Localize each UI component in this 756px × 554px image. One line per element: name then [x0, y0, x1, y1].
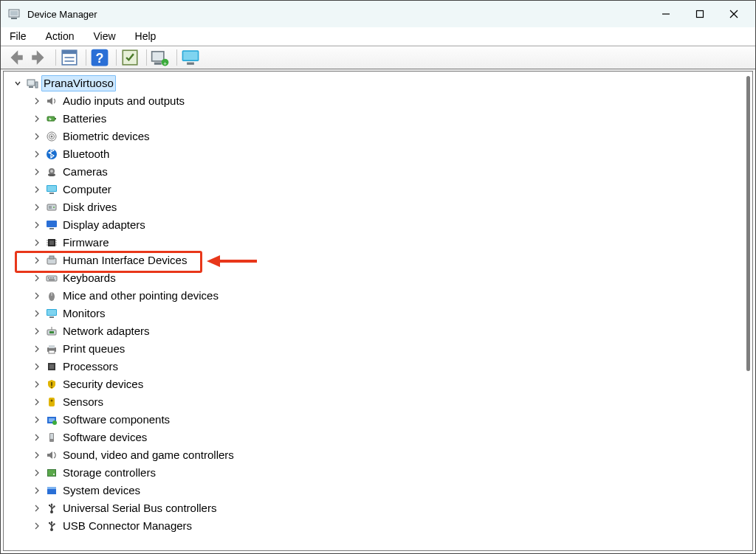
minimize-button[interactable]: [649, 1, 683, 27]
chevron-right-icon[interactable]: [30, 112, 44, 125]
chevron-right-icon[interactable]: [30, 289, 44, 302]
tree-item[interactable]: Storage controllers: [4, 464, 752, 482]
tree-item[interactable]: Audio inputs and outputs: [4, 92, 752, 110]
toolbar-properties-button[interactable]: [59, 47, 80, 68]
svg-rect-21: [27, 80, 35, 86]
svg-rect-14: [152, 52, 164, 61]
chevron-right-icon[interactable]: [30, 342, 44, 356]
tree-item[interactable]: Processors: [4, 358, 752, 375]
chevron-right-icon[interactable]: [30, 236, 44, 249]
tree-item-label: Monitors: [63, 305, 106, 322]
toolbar-monitor-button[interactable]: [180, 47, 201, 68]
usb-icon: [45, 519, 58, 533]
tree-item[interactable]: System devices: [4, 482, 752, 499]
chevron-right-icon[interactable]: [30, 431, 44, 444]
chevron-right-icon[interactable]: [30, 94, 44, 108]
tree-item[interactable]: Human Interface Devices: [4, 252, 752, 269]
svg-rect-65: [49, 345, 55, 348]
svg-rect-69: [51, 382, 52, 386]
tree-item[interactable]: Disk drives: [4, 198, 752, 216]
menu-file[interactable]: File: [7, 29, 30, 44]
tree-item-label: Security devices: [63, 375, 143, 393]
maximize-button[interactable]: [683, 1, 717, 27]
tree-item[interactable]: Batteries: [4, 110, 752, 128]
chevron-right-icon[interactable]: [30, 484, 44, 497]
toolbar-separator: [86, 49, 86, 66]
menu-help[interactable]: Help: [132, 29, 159, 44]
chevron-right-icon[interactable]: [30, 360, 44, 373]
sensor-icon: [45, 395, 58, 409]
tree-item-label: Bluetooth: [63, 145, 109, 163]
toolbar-update-button[interactable]: [120, 47, 140, 68]
chevron-right-icon[interactable]: [30, 254, 44, 267]
tree-item[interactable]: Computer: [4, 181, 752, 198]
chevron-right-icon[interactable]: [30, 378, 44, 391]
tree-item[interactable]: Bluetooth: [4, 145, 752, 163]
system-icon: [45, 484, 58, 497]
toolbar-forward-button[interactable]: [29, 47, 49, 68]
menubar: File Action View Help: [1, 27, 755, 46]
tree-item[interactable]: Display adapters: [4, 216, 752, 234]
chevron-down-icon[interactable]: [11, 77, 24, 90]
tree-root[interactable]: PranaVirtuoso: [4, 75, 752, 92]
svg-rect-15: [154, 63, 162, 65]
tree-item-label: Disk drives: [63, 198, 117, 216]
tree-item-label: Software devices: [63, 429, 147, 446]
tree-item[interactable]: Cameras: [4, 163, 752, 181]
tree-item[interactable]: Security devices: [4, 375, 752, 393]
tree-item[interactable]: Keyboards: [4, 269, 752, 287]
chevron-right-icon[interactable]: [30, 165, 44, 179]
svg-rect-8: [62, 50, 77, 54]
svg-point-72: [51, 400, 53, 402]
tree-item[interactable]: Network adapters: [4, 322, 752, 340]
tree-item[interactable]: Software devices: [4, 429, 752, 446]
toolbar-scan-button[interactable]: +: [150, 47, 171, 68]
svg-rect-62: [49, 331, 54, 333]
chevron-right-icon[interactable]: [30, 502, 44, 515]
chevron-right-icon[interactable]: [30, 183, 44, 196]
chevron-right-icon[interactable]: [30, 519, 44, 533]
chevron-right-icon[interactable]: [30, 449, 44, 462]
device-tree[interactable]: PranaVirtuosoAudio inputs and outputsBat…: [4, 72, 752, 550]
svg-rect-71: [49, 398, 55, 406]
chevron-right-icon[interactable]: [30, 130, 44, 143]
tree-item[interactable]: Sensors: [4, 393, 752, 411]
tree-item-label: Software components: [63, 411, 170, 429]
svg-marker-87: [51, 503, 53, 505]
chevron-right-icon[interactable]: [30, 413, 44, 426]
chevron-right-icon[interactable]: [30, 466, 44, 479]
usb-icon: [45, 502, 58, 515]
chevron-right-icon[interactable]: [30, 218, 44, 232]
tree-item[interactable]: Sound, video and game controllers: [4, 446, 752, 464]
chevron-right-icon[interactable]: [30, 307, 44, 320]
chevron-right-icon[interactable]: [30, 325, 44, 338]
menu-action[interactable]: Action: [43, 29, 78, 44]
chevron-right-icon[interactable]: [30, 201, 44, 214]
toolbar-help-button[interactable]: ?: [89, 47, 110, 68]
toolbar-back-button[interactable]: [5, 47, 26, 68]
tree-item[interactable]: Universal Serial Bus controllers: [4, 499, 752, 517]
chevron-right-icon[interactable]: [30, 148, 44, 161]
menu-view[interactable]: View: [90, 29, 118, 44]
tree-item-label: Storage controllers: [63, 464, 156, 482]
tree-item[interactable]: Biometric devices: [4, 128, 752, 145]
network-icon: [45, 325, 58, 338]
tree-item[interactable]: Software components: [4, 411, 752, 429]
camera-icon: [45, 165, 58, 179]
scrollbar-thumb[interactable]: [746, 76, 750, 371]
device-manager-window: Device Manager File Action View Help: [0, 0, 756, 554]
tree-item[interactable]: Monitors: [4, 305, 752, 322]
chevron-right-icon[interactable]: [30, 271, 44, 285]
tree-item[interactable]: Firmware: [4, 234, 752, 252]
mouse-icon: [45, 289, 58, 302]
chevron-right-icon[interactable]: [30, 395, 44, 409]
tree-item[interactable]: USB Connector Managers: [4, 517, 752, 535]
tree-item[interactable]: Mice and other pointing devices: [4, 287, 752, 305]
tree-item[interactable]: Print queues: [4, 340, 752, 358]
tree-item-label: Network adapters: [63, 322, 150, 340]
sound-icon: [45, 449, 58, 462]
svg-rect-95: [49, 522, 50, 524]
close-button[interactable]: [717, 1, 751, 27]
tree-item-label: Biometric devices: [63, 128, 150, 145]
svg-point-89: [53, 505, 55, 507]
